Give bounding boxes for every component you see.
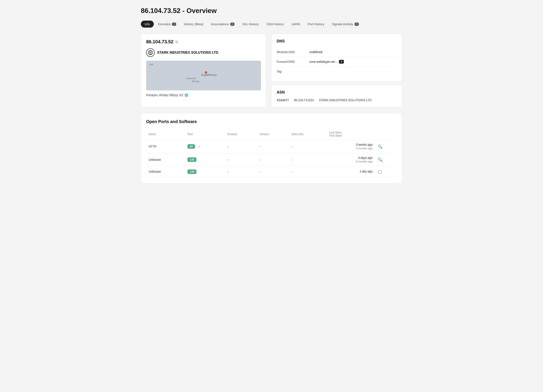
asn-cidr: 86.104.73.0/24 — [294, 98, 314, 102]
location-row: Konayev, Almaty Oblysy, KZ 🌐 — [146, 93, 261, 97]
search-icon[interactable]: 🔍 — [378, 144, 382, 149]
port-row-action: 🔍 — [375, 153, 397, 166]
ports-table-header-row: Name Port Product Version Extra Info Las… — [146, 129, 397, 140]
ip-header: 86.104.73.52 ⧉ — [146, 39, 261, 45]
port-row-product: - — [225, 166, 257, 177]
first-seen: 2 months ago — [356, 160, 373, 163]
tab-badge-domains: 1 — [172, 23, 176, 26]
port-row-extra-info: - — [289, 140, 327, 153]
port-badge: 135 — [187, 157, 196, 162]
port-row-name: Unknown — [146, 166, 185, 177]
col-time: Last Seen First Seen — [327, 129, 375, 140]
port-row-name: Unknown — [146, 153, 185, 166]
search-icon[interactable]: ◯ — [378, 170, 382, 174]
ip-address-value: 86.104.73.52 — [146, 39, 173, 45]
col-port: Port — [185, 129, 225, 140]
col-last-seen: Last Seen — [329, 131, 373, 134]
port-row-version: - — [257, 153, 289, 166]
dns-title: DNS — [277, 39, 397, 44]
asn-company: STARK INDUSTRIES SOLUTIONS LTD — [319, 98, 371, 102]
port-row-product: - — [225, 140, 257, 153]
ext-link-icon[interactable]: ↗ — [198, 145, 200, 148]
port-row-action: ◯ — [375, 166, 397, 177]
port-row-port: 80↗ — [185, 140, 225, 153]
port-row-name: HTTP — [146, 140, 185, 153]
port-row-time: 1 day ago — [327, 166, 375, 177]
port-row-extra-info: - — [289, 166, 327, 177]
dns-label-reverse: Reverse DNS — [277, 50, 304, 54]
col-extra-info: Extra Info — [289, 129, 327, 140]
port-badge: 80 — [187, 144, 195, 149]
tab-bar: InfoDomains1History (Beta)Associations0S… — [141, 21, 402, 28]
last-seen: 3 weeks ago — [356, 143, 373, 146]
tab-associations[interactable]: Associations0 — [208, 21, 238, 28]
asn-row: AS44477 86.104.73.0/24 STARK INDUSTRIES … — [277, 98, 397, 102]
port-row-port: 135 — [185, 153, 225, 166]
port-row-port: 139 — [185, 166, 225, 177]
dns-row-tag: Tag — [277, 67, 397, 76]
company-row: STARK INDUSTRIES SOLUTIONS LTD. — [146, 48, 261, 57]
col-name: Name — [146, 129, 185, 140]
forward-dns-text: zone.webskype.net... — [309, 60, 337, 63]
tab-badge-associations: 0 — [230, 23, 235, 26]
ports-tbody: HTTP80↗---3 weeks ago2 months ago🔍Unknow… — [146, 140, 397, 177]
port-row-extra-info: - — [289, 153, 327, 166]
main-content: 86.104.73.52 ⧉ STARK INDUSTRIES SOLUTION… — [141, 34, 402, 107]
tab-domains[interactable]: Domains1 — [155, 21, 180, 28]
map-label-kz: Kazakhstan — [201, 73, 217, 77]
tab-ssh-history[interactable]: SSH History — [263, 21, 287, 28]
port-badge: 139 — [187, 170, 196, 174]
ports-table-header: Name Port Product Version Extra Info Las… — [146, 129, 397, 140]
company-logo — [146, 48, 155, 57]
col-first-seen: First Seen — [329, 134, 373, 137]
tab-history[interactable]: History (Beta) — [181, 21, 207, 28]
dns-value-reverse: undefined — [309, 50, 322, 54]
col-product: Product — [225, 129, 257, 140]
location-text: Konayev, Almaty Oblysy, KZ — [146, 93, 183, 97]
tab-signals-activity[interactable]: Signals Activity0 — [328, 21, 362, 28]
tab-port-history[interactable]: Port History — [304, 21, 328, 28]
ports-title: Open Ports and Software — [146, 119, 397, 124]
right-cards: DNS Reverse DNS undefined Forward DNS zo… — [271, 34, 402, 107]
ports-table: Name Port Product Version Extra Info Las… — [146, 129, 397, 177]
map-label-zhezdy: Жезды — [192, 80, 200, 83]
ip-info-card: 86.104.73.52 ⧉ STARK INDUSTRIES SOLUTION… — [141, 34, 266, 107]
table-row: HTTP80↗---3 weeks ago2 months ago🔍 — [146, 140, 397, 153]
dns-label-forward: Forward DNS — [277, 60, 304, 63]
tab-badge-signals-activity: 0 — [354, 23, 359, 26]
col-actions — [375, 129, 397, 140]
tab-ssl-history[interactable]: SSL History — [239, 21, 262, 28]
page-wrapper: 86.104.73.52 - Overview InfoDomains1Hist… — [136, 0, 407, 190]
dns-row-forward: Forward DNS zone.webskype.net... 1 — [277, 57, 397, 67]
table-row: Unknown135---4 days ago2 months ago🔍 — [146, 153, 397, 166]
map-label-kyzyluy: Кызылуй — [186, 77, 196, 80]
map-placeholder: дак 📍 Kazakhstan Кызылуй Жезды — [146, 61, 261, 90]
port-row-version: - — [257, 140, 289, 153]
port-row-version: - — [257, 166, 289, 177]
dns-card: DNS Reverse DNS undefined Forward DNS zo… — [271, 34, 402, 81]
table-row: Unknown139---1 day ago◯ — [146, 166, 397, 177]
tab-jarm[interactable]: JARM — [288, 21, 304, 28]
dns-row-reverse: Reverse DNS undefined — [277, 47, 397, 57]
copy-icon[interactable]: ⧉ — [175, 40, 178, 44]
port-row-time: 3 weeks ago2 months ago — [327, 140, 375, 153]
tab-info[interactable]: Info — [141, 21, 154, 28]
forward-dns-badge: 1 — [339, 60, 344, 64]
last-seen: 4 days ago — [358, 156, 373, 159]
ports-card: Open Ports and Software Name Port Produc… — [141, 113, 402, 183]
col-version: Version — [257, 129, 289, 140]
map-label-dak: дак — [150, 63, 153, 66]
dns-label-tag: Tag — [277, 70, 304, 73]
port-row-product: - — [225, 153, 257, 166]
first-seen: 2 months ago — [356, 147, 373, 150]
asn-number: AS44477 — [277, 98, 289, 102]
port-row-time: 4 days ago2 months ago — [327, 153, 375, 166]
globe-icon: 🌐 — [185, 93, 188, 97]
last-seen: 1 day ago — [360, 170, 373, 173]
search-icon[interactable]: 🔍 — [378, 158, 382, 162]
port-row-action: 🔍 — [375, 140, 397, 153]
dns-value-forward: zone.webskype.net... 1 — [309, 60, 344, 64]
company-name: STARK INDUSTRIES SOLUTIONS LTD. — [157, 51, 219, 55]
asn-card: ASN AS44477 86.104.73.0/24 STARK INDUSTR… — [271, 85, 402, 107]
asn-title: ASN — [277, 90, 397, 95]
